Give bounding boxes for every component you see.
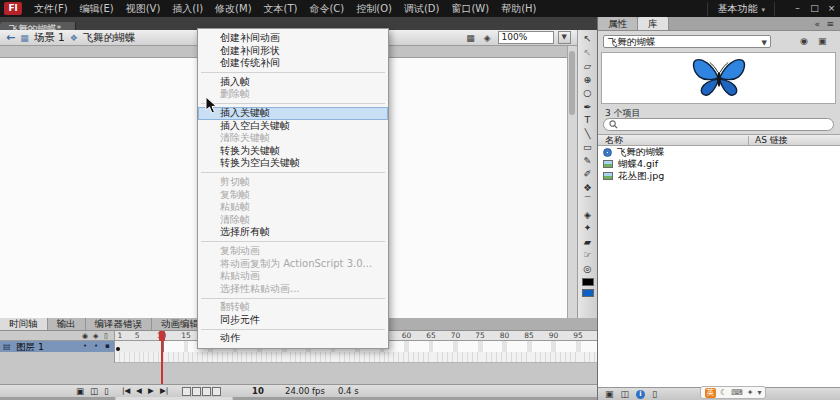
brush-tool[interactable]: ✐: [580, 167, 596, 181]
deco-tool[interactable]: ❖: [580, 181, 596, 195]
rectangle-tool[interactable]: ▭: [580, 140, 596, 154]
new-layer-icon[interactable]: ▣: [76, 385, 84, 397]
layer-lock-dot[interactable]: •: [94, 341, 98, 352]
frame-span[interactable]: [115, 341, 164, 352]
3d-rotation-tool[interactable]: ⊕: [580, 73, 596, 87]
edit-symbol-icon[interactable]: ◈: [482, 33, 493, 43]
breadcrumb-scene[interactable]: 场景 1: [34, 31, 65, 45]
edit-multiple-frames-icon[interactable]: [212, 385, 223, 397]
step-back-button[interactable]: ◀: [136, 385, 142, 397]
minimize-button[interactable]: –: [789, 0, 806, 17]
timeline-tab[interactable]: 输出: [48, 318, 86, 330]
properties-icon[interactable]: i: [636, 390, 645, 399]
library-item[interactable]: 蝴蝶4.gif: [598, 158, 840, 170]
new-symbol-icon[interactable]: ▣: [605, 388, 614, 400]
workspace-switcher[interactable]: 基本功能▾: [707, 2, 775, 16]
search-input[interactable]: [622, 120, 828, 130]
back-arrow-icon[interactable]: ←: [6, 31, 15, 44]
layer-name[interactable]: 图层 1: [16, 341, 44, 352]
context-menu-item[interactable]: 转换为空白关键帧: [198, 157, 388, 170]
zoom-level-input[interactable]: 100%: [498, 31, 554, 44]
new-library-panel-icon[interactable]: ▣: [818, 36, 827, 46]
frame-rate-value[interactable]: 24.00 fps: [285, 385, 325, 397]
context-menu-item[interactable]: 动作: [198, 332, 388, 345]
menubar-item[interactable]: 修改(M): [209, 0, 257, 17]
context-menu-item[interactable]: 创建补间形状: [198, 45, 388, 58]
layer-visible-dot[interactable]: •: [83, 341, 87, 352]
outline-icon[interactable]: ▯: [104, 331, 108, 341]
library-document-select[interactable]: 飞舞的蝴蝶▼: [603, 35, 771, 48]
eraser-tool[interactable]: ▰: [580, 235, 596, 249]
ime-halfwidth-moon-icon[interactable]: ☾: [720, 387, 727, 398]
ime-menu-icon[interactable]: ▾: [757, 387, 761, 398]
panel-menu-icon[interactable]: ≡: [826, 19, 834, 29]
restore-button[interactable]: □: [806, 0, 823, 17]
bone-tool[interactable]: ⌒: [580, 194, 596, 208]
layer-row[interactable]: ▤ 图层 1 • • ▪: [0, 341, 115, 352]
pin-library-icon[interactable]: ◉: [800, 36, 808, 46]
lock-icon[interactable]: ◈: [93, 331, 98, 341]
scrollbar-thumb[interactable]: [569, 51, 575, 115]
edit-scene-icon[interactable]: ▦: [464, 33, 477, 43]
paint-bucket-tool[interactable]: ◈: [580, 208, 596, 222]
context-menu-item[interactable]: 插入帧: [198, 76, 388, 89]
hand-tool[interactable]: ☞: [580, 248, 596, 262]
menubar-item[interactable]: 帮助(H): [495, 0, 542, 17]
pen-tool[interactable]: ✒: [580, 100, 596, 114]
menubar-item[interactable]: 窗口(W): [445, 0, 495, 17]
line-tool[interactable]: ╲: [580, 127, 596, 141]
library-item[interactable]: 飞舞的蝴蝶: [598, 146, 840, 158]
collapse-panels-icon[interactable]: «: [814, 19, 820, 29]
menubar-item[interactable]: 文件(F): [28, 0, 74, 17]
library-column-header[interactable]: 名称 AS 链接: [598, 134, 840, 146]
new-folder-icon[interactable]: ◫: [90, 385, 98, 397]
context-menu-item[interactable]: 插入空白关键帧: [198, 120, 388, 133]
stroke-color-swatch[interactable]: [582, 278, 594, 286]
menubar-item[interactable]: 插入(I): [166, 0, 209, 17]
app-logo[interactable]: Fl: [4, 2, 22, 15]
selection-tool[interactable]: ↖: [580, 32, 596, 46]
breadcrumb-symbol[interactable]: 飞舞的蝴蝶: [83, 31, 136, 45]
column-name[interactable]: 名称: [605, 135, 623, 146]
library-item[interactable]: 花丛图.jpg: [598, 170, 840, 182]
panel-tab[interactable]: 库: [638, 17, 669, 30]
ime-toolbox-icon[interactable]: ✦: [747, 387, 754, 398]
context-menu-item[interactable]: 转换为关键帧: [198, 145, 388, 158]
context-menu-item[interactable]: 同步元件: [198, 314, 388, 327]
text-tool[interactable]: T: [580, 113, 596, 127]
library-search-box[interactable]: [603, 118, 834, 131]
menubar-item[interactable]: 控制(O): [350, 0, 398, 17]
column-divider[interactable]: [748, 136, 749, 145]
zoom-tool[interactable]: ◎: [580, 262, 596, 276]
new-folder-icon[interactable]: ◫: [621, 388, 630, 400]
timeline-tab[interactable]: 编译器错误: [86, 318, 153, 330]
zoom-dropdown-button[interactable]: ▼: [558, 31, 571, 44]
context-menu-item[interactable]: 插入关键帧: [198, 107, 388, 120]
eye-icon[interactable]: ◉: [82, 331, 88, 341]
layer-outline-square[interactable]: ▪: [105, 341, 110, 352]
pencil-tool[interactable]: ✎: [580, 154, 596, 168]
empty-frames-row[interactable]: [115, 352, 597, 363]
stage-vertical-scrollbar[interactable]: [567, 46, 577, 318]
menubar-item[interactable]: 调试(D): [398, 0, 446, 17]
panel-tab[interactable]: 属性: [598, 17, 638, 30]
menubar-item[interactable]: 编辑(E): [74, 0, 120, 17]
delete-icon[interactable]: ▯: [652, 388, 657, 400]
fill-color-swatch[interactable]: [582, 289, 594, 297]
menubar-item[interactable]: 视图(V): [120, 0, 167, 17]
ime-language-badge[interactable]: 英: [705, 388, 716, 398]
context-menu-item[interactable]: 选择所有帧: [198, 226, 388, 239]
column-as-linkage[interactable]: AS 链接: [755, 135, 788, 146]
playhead-marker[interactable]: [159, 331, 165, 341]
free-transform-tool[interactable]: ▱: [580, 59, 596, 73]
go-to-first-frame-button[interactable]: |◀: [122, 385, 130, 397]
close-button[interactable]: ×: [823, 0, 840, 17]
play-button[interactable]: ▶: [148, 385, 154, 397]
menubar-item[interactable]: 文本(T): [258, 0, 304, 17]
subselection-tool[interactable]: ↖: [580, 46, 596, 60]
lasso-tool[interactable]: ○: [580, 86, 596, 100]
ime-keyboard-icon[interactable]: ⌨: [731, 387, 743, 398]
delete-layer-icon[interactable]: ▯: [104, 385, 109, 397]
menubar-item[interactable]: 命令(C): [303, 0, 350, 17]
eyedropper-tool[interactable]: ✦: [580, 221, 596, 235]
